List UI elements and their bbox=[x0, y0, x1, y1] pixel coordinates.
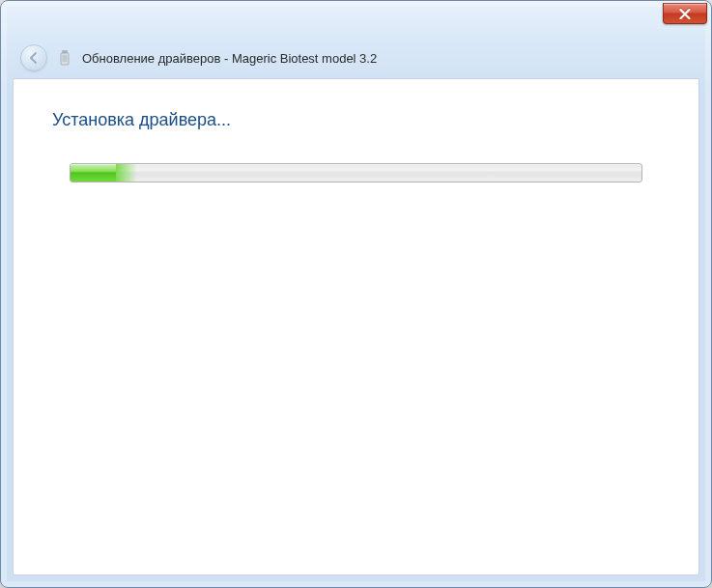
back-arrow-icon bbox=[27, 51, 41, 65]
progress-container bbox=[70, 163, 642, 182]
content-pane: Установка драйвера... bbox=[13, 78, 699, 575]
back-button bbox=[20, 44, 47, 71]
svg-rect-0 bbox=[62, 50, 68, 53]
svg-rect-2 bbox=[63, 55, 68, 62]
progress-fill bbox=[71, 164, 116, 182]
progress-bar bbox=[70, 163, 642, 182]
window-title: Обновление драйверов - Mageric Biotest m… bbox=[82, 51, 377, 66]
close-icon bbox=[679, 9, 691, 19]
status-heading: Установка драйвера... bbox=[52, 110, 660, 130]
header-strip: Обновление драйверов - Mageric Biotest m… bbox=[7, 36, 705, 80]
device-icon bbox=[57, 48, 72, 68]
close-button[interactable] bbox=[663, 3, 707, 24]
dialog-window: Обновление драйверов - Mageric Biotest m… bbox=[0, 0, 712, 588]
titlebar bbox=[663, 1, 711, 32]
